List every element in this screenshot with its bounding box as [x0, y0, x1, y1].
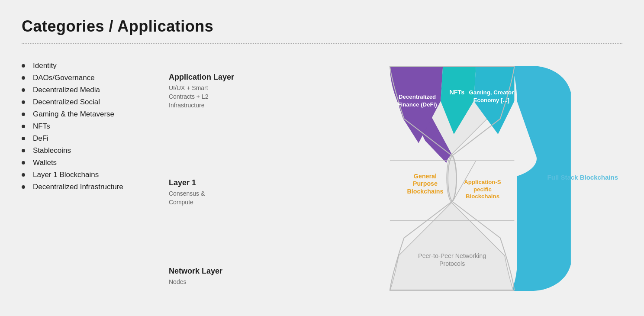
bullet-dot: [22, 113, 25, 116]
bullet-label: DAOs/Governance: [33, 74, 95, 82]
network-layer-title: Network Layer: [169, 266, 299, 276]
bullet-label: NFTs: [33, 122, 50, 131]
application-layer-title: Application Layer: [169, 72, 299, 82]
list-item: Layer 1 Blockchains: [22, 171, 169, 179]
nfts-label: NFTs: [450, 89, 465, 96]
gaming-label2: Economy [...]: [473, 97, 509, 103]
bullet-label: DeFi: [33, 134, 48, 143]
layer1-title: Layer 1: [169, 178, 299, 188]
bullet-dot: [22, 161, 25, 164]
bullet-label: Stablecoins: [33, 146, 71, 155]
app-specific-label: Application-S: [464, 179, 501, 185]
p2p-label2: Protocols: [439, 260, 465, 267]
general-purpose-label2: Purpose: [413, 180, 438, 187]
bullet-dot: [22, 88, 25, 92]
app-specific-label3: Blockchains: [466, 193, 499, 200]
gaming-label: Gaming, Creator: [469, 89, 514, 96]
general-purpose-label3: Blockchains: [407, 188, 443, 195]
slide: Categories / Applications Identity DAOs/…: [0, 0, 644, 316]
list-item: Stablecoins: [22, 146, 169, 155]
bullet-dot: [22, 100, 25, 104]
list-item: NFTs: [22, 122, 169, 131]
layer1-block: Layer 1 Consensus & Compute: [169, 178, 299, 207]
bullet-dot: [22, 185, 25, 189]
defi-label: Decentralized: [399, 94, 436, 100]
content-area: Identity DAOs/Governance Decentralized M…: [22, 57, 622, 300]
network-layer-block: Network Layer Nodes: [169, 266, 299, 287]
divider: [22, 43, 622, 44]
bullet-dot: [22, 137, 25, 140]
general-purpose-label: General: [414, 173, 437, 180]
list-item: Decentralized Media: [22, 86, 169, 94]
list-item: Wallets: [22, 158, 169, 167]
p2p-label: Peer-to-Peer Networking: [418, 252, 486, 259]
bullet-label: Decentralized Social: [33, 98, 100, 106]
bullet-label: Layer 1 Blockchains: [33, 171, 99, 179]
bullet-label: Wallets: [33, 158, 57, 167]
bullet-label: Gaming & the Metaverse: [33, 110, 114, 119]
list-item: Decentralized Infrastructure: [22, 183, 169, 191]
application-layer-subtitle: UI/UX + Smart Contracts + L2 Infrastruct…: [169, 84, 229, 110]
layer1-subtitle: Consensus & Compute: [169, 190, 229, 206]
list-item: Identity: [22, 61, 169, 70]
app-specific-label2: pecific: [473, 186, 492, 193]
full-stack-label: Full Stack Blockchains: [547, 173, 618, 182]
list-item: Gaming & the Metaverse: [22, 110, 169, 119]
page-title: Categories / Applications: [22, 17, 622, 35]
list-item: DeFi: [22, 134, 169, 143]
diagram-area: General Purpose Blockchains Application-…: [299, 57, 622, 300]
defi-label2: Finance (DeFi): [397, 101, 437, 108]
bullet-label: Decentralized Media: [33, 86, 100, 94]
bullet-list: Identity DAOs/Governance Decentralized M…: [22, 57, 169, 300]
bullet-dot: [22, 76, 25, 80]
hourglass-diagram: General Purpose Blockchains Application-…: [339, 66, 582, 291]
bullet-dot: [22, 173, 25, 177]
network-layer-subtitle: Nodes: [169, 278, 229, 287]
bullet-label: Identity: [33, 61, 57, 70]
bullet-dot: [22, 125, 25, 128]
bullet-dot: [22, 64, 25, 68]
list-item: DAOs/Governance: [22, 74, 169, 82]
list-item: Decentralized Social: [22, 98, 169, 106]
application-layer-block: Application Layer UI/UX + Smart Contract…: [169, 72, 299, 110]
full-stack-text: Full Stack Blockchains: [547, 174, 618, 181]
layers-column: Application Layer UI/UX + Smart Contract…: [169, 57, 299, 300]
bullet-dot: [22, 149, 25, 152]
bullet-label: Decentralized Infrastructure: [33, 183, 123, 191]
